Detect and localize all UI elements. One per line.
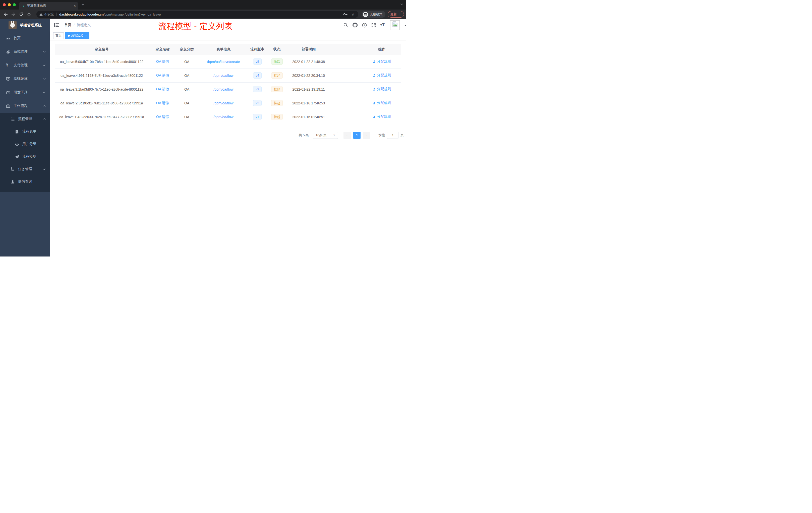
app-main: 定义编号 定义名称 定义分类 表单信息 流程版本 状态 部署时间 操作 [50, 40, 406, 139]
url-bar[interactable]: 不安全 dashboard.yudao.iocoder.cn/bpm/manag… [36, 11, 358, 18]
sidebar-item-process-management[interactable]: 流程管理 [0, 113, 50, 125]
sidebar-item-process-model[interactable]: 流程模型 [0, 150, 50, 163]
version-badge: v1 [253, 114, 262, 120]
fullscreen-icon[interactable] [371, 23, 376, 27]
form-icon [15, 129, 19, 134]
definition-name-link[interactable]: OA 请假 [156, 87, 169, 91]
tag-close-icon[interactable]: × [85, 34, 87, 37]
user-icon [10, 180, 15, 184]
prev-page-button[interactable]: ‹ [344, 132, 351, 139]
macos-close-button[interactable] [3, 3, 6, 6]
page-annotation: 流程模型 - 定义列表 [158, 21, 232, 32]
tab-search-chevron-icon[interactable] [400, 3, 403, 5]
definition-name-link[interactable]: OA 请假 [156, 115, 169, 119]
bookmark-star-icon[interactable]: ☆ [351, 12, 355, 17]
chevron-down-icon [43, 78, 46, 80]
tab-close-icon[interactable]: × [74, 4, 76, 7]
sidebar-item-workflow[interactable]: 工作流程 [0, 99, 50, 113]
form-link[interactable]: /bpm/oa/flow [213, 73, 233, 78]
table-row: oa_leave:3:1fad3d93-7b75-11ec-a3c8-acde4… [55, 82, 401, 96]
update-button[interactable]: 更新 ⋮ [388, 11, 404, 18]
breadcrumb-current: 流程定义 [77, 23, 91, 27]
assign-rule-button[interactable]: 分配规则 [373, 87, 391, 91]
user-avatar[interactable] [390, 20, 400, 30]
new-tab-button[interactable]: + [82, 2, 84, 7]
forward-icon[interactable] [11, 12, 16, 16]
security-warning-label: 不安全 [44, 12, 54, 17]
svg-text:?: ? [364, 24, 365, 27]
definition-name-link[interactable]: OA 请假 [156, 101, 169, 105]
tab-strip: 芋道管理系统 × + [0, 0, 406, 9]
macos-zoom-button[interactable] [13, 3, 16, 6]
page-size-select[interactable]: 10条/页 ∨ [313, 132, 338, 139]
version-badge: v5 [253, 58, 262, 65]
table-header-row: 定义编号 定义名称 定义分类 表单信息 流程版本 状态 部署时间 操作 [55, 44, 401, 55]
sidebar-item-infrastructure[interactable]: 基础设施 [0, 72, 50, 86]
tab-title: 芋道管理系统 [27, 3, 72, 8]
tags-view: 首页 流程定义 × [50, 31, 406, 40]
avatar-caret-icon[interactable] [404, 25, 406, 26]
github-icon[interactable] [352, 23, 357, 28]
status-badge: 挂起 [271, 114, 283, 120]
sidebar-item-label: 工作流程 [13, 104, 39, 108]
security-chip[interactable]: 不安全 [39, 12, 54, 17]
status-badge: 激活 [271, 58, 283, 65]
font-size-icon[interactable]: TT [380, 23, 385, 28]
gear-icon [6, 50, 10, 54]
column-header: 操作 [363, 44, 401, 55]
help-icon[interactable]: ? [362, 23, 367, 28]
sidebar-item-system[interactable]: 系统管理 [0, 45, 50, 58]
sidebar-item-home[interactable]: 首页 [0, 31, 50, 45]
assign-rule-button[interactable]: 分配规则 [373, 115, 391, 119]
chevron-down-icon: ∨ [333, 133, 335, 137]
cell-filler [328, 68, 363, 82]
assign-rule-button[interactable]: 分配规则 [373, 101, 391, 105]
macos-minimize-button[interactable] [8, 3, 11, 6]
user-icon [373, 60, 376, 63]
current-page-button[interactable]: 1 [353, 132, 360, 139]
sidebar-item-leave-query[interactable]: 请假查询 [0, 175, 50, 188]
browser-tab[interactable]: 芋道管理系统 × [19, 2, 78, 9]
form-link[interactable]: /bpm/oa/flow [213, 87, 233, 91]
sidebar-item-process-form[interactable]: 流程表单 [0, 125, 50, 138]
url-path: /bpm/manager/definition?key=oa_leave [104, 12, 161, 16]
tag-process-definition[interactable]: 流程定义 × [65, 32, 89, 39]
tag-home[interactable]: 首页 [53, 32, 64, 39]
key-icon[interactable] [343, 13, 348, 16]
cell-deploy-time: 2022-01-22 21:48:38 [289, 55, 328, 68]
update-label: 更新 [390, 12, 397, 17]
hamburger-icon[interactable] [52, 21, 61, 29]
assign-rule-button[interactable]: 分配规则 [373, 73, 391, 78]
sidebar-logo[interactable]: 芋道管理系统 [0, 19, 50, 31]
reload-icon[interactable] [19, 12, 23, 16]
column-header: 状态 [265, 44, 289, 55]
breadcrumb: 首页 / 流程定义 [64, 23, 91, 27]
assign-rule-button[interactable]: 分配规则 [373, 59, 391, 64]
form-link[interactable]: /bpm/oa/flow [213, 101, 233, 105]
user-icon [373, 101, 376, 105]
robot-icon [15, 142, 19, 146]
sidebar: 芋道管理系统 首页 系统管理 ¥ 支付管理 基础设施 [0, 19, 50, 256]
column-header: 部署时间 [289, 44, 328, 55]
sidebar-item-devtools[interactable]: 研发工具 [0, 86, 50, 99]
tag-label: 首页 [56, 33, 61, 38]
sidebar-item-payment[interactable]: ¥ 支付管理 [0, 58, 50, 72]
search-icon[interactable] [344, 23, 348, 27]
sidebar-item-user-group[interactable]: 用户分组 [0, 138, 50, 150]
definition-name-link[interactable]: OA 请假 [156, 59, 169, 63]
cell-definition-id: oa_leave:1:482ec033-762a-11ec-8477-a2380… [55, 110, 149, 124]
status-badge: 挂起 [271, 100, 283, 106]
browser-menu-dots-icon[interactable]: ⋮ [399, 12, 402, 16]
home-icon[interactable] [27, 12, 31, 16]
back-icon[interactable] [3, 12, 8, 16]
breadcrumb-home[interactable]: 首页 [64, 23, 71, 27]
next-page-button[interactable]: › [363, 132, 370, 139]
sidebar-item-task-management[interactable]: 任务管理 [0, 163, 50, 175]
form-link[interactable]: /bpm/oa/leave/create [207, 60, 240, 64]
paper-plane-icon [15, 155, 19, 159]
form-link[interactable]: /bpm/oa/flow [213, 115, 233, 119]
sidebar-item-label: 用户分组 [22, 142, 46, 146]
goto-page-input[interactable] [387, 132, 399, 139]
breadcrumb-separator: / [74, 23, 75, 27]
definition-name-link[interactable]: OA 请假 [156, 73, 169, 77]
